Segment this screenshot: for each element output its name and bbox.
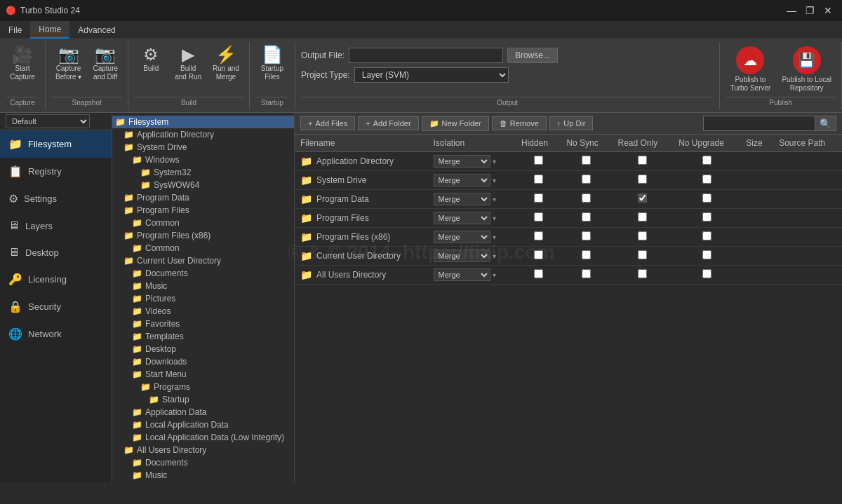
sidebar-item-layers[interactable]: 🖥 Layers xyxy=(0,212,112,239)
cell-readonly[interactable] xyxy=(613,247,674,266)
nosync-checkbox[interactable] xyxy=(582,212,591,222)
tree-item[interactable]: 📁Pictures xyxy=(112,292,294,305)
tree-item[interactable]: 📁Start Menu xyxy=(112,368,294,381)
cell-noupgrade[interactable] xyxy=(673,209,740,228)
profile-select[interactable]: Default xyxy=(6,114,90,128)
tree-item[interactable]: 📁All Users Directory xyxy=(112,444,294,456)
nosync-checkbox[interactable] xyxy=(582,156,591,165)
cell-noupgrade[interactable] xyxy=(673,171,740,190)
cell-isolation[interactable]: MergeFullWrite CopyHide ▾ xyxy=(428,171,516,190)
tree-item[interactable]: 📁Windows xyxy=(112,154,294,166)
cell-nosync[interactable] xyxy=(561,228,612,247)
tree-item[interactable]: 📁Common xyxy=(112,242,294,254)
search-button[interactable]: 🔍 xyxy=(815,116,836,131)
remove-button[interactable]: 🗑 Remove xyxy=(492,116,547,130)
menu-file[interactable]: File xyxy=(0,21,30,39)
readonly-checkbox[interactable] xyxy=(638,193,647,203)
noupgrade-checkbox[interactable] xyxy=(702,231,711,240)
menu-advanced[interactable]: Advanced xyxy=(69,21,123,39)
tree-item[interactable]: 📁Local Application Data (Low Integrity) xyxy=(112,431,294,444)
isolation-select[interactable]: MergeFullWrite CopyHide xyxy=(434,250,490,262)
tree-item[interactable]: 📁Documents xyxy=(112,456,294,469)
nosync-checkbox[interactable] xyxy=(582,231,591,240)
cell-isolation[interactable]: MergeFullWrite CopyHide ▾ xyxy=(428,190,516,209)
search-input[interactable] xyxy=(703,116,815,131)
tree-item[interactable]: 📁SysWOW64 xyxy=(112,179,294,191)
tree-item[interactable]: 📁Templates xyxy=(112,330,294,343)
nosync-checkbox[interactable] xyxy=(582,193,591,203)
tree-item[interactable]: 📁Downloads xyxy=(112,355,294,368)
tree-item[interactable]: 📁Current User Directory xyxy=(112,254,294,267)
isolation-select[interactable]: MergeFullWrite CopyHide xyxy=(434,231,490,243)
tree-item[interactable]: 📁Desktop xyxy=(112,343,294,355)
cell-noupgrade[interactable] xyxy=(673,247,740,266)
sidebar-item-settings[interactable]: ⚙ Settings xyxy=(0,185,112,212)
run-merge-button[interactable]: ⚡ Run andMerge xyxy=(208,43,243,84)
noupgrade-checkbox[interactable] xyxy=(702,269,711,278)
noupgrade-checkbox[interactable] xyxy=(702,250,711,259)
tree-item[interactable]: 📁Music xyxy=(112,469,294,482)
cell-noupgrade[interactable] xyxy=(673,152,740,171)
isolation-select[interactable]: MergeFullWrite CopyHide xyxy=(434,193,490,205)
tree-item[interactable]: 📁System Drive xyxy=(112,141,294,154)
tree-item[interactable]: 📁Pictures xyxy=(112,482,294,482)
up-dir-button[interactable]: ↑ Up Dir xyxy=(549,116,594,130)
tree-item[interactable]: 📁Videos xyxy=(112,305,294,318)
hidden-checkbox[interactable] xyxy=(534,269,543,278)
sidebar-item-security[interactable]: 🔒 Security xyxy=(0,293,112,320)
cell-readonly[interactable] xyxy=(613,171,674,190)
maximize-button[interactable]: ❐ xyxy=(801,4,818,18)
startup-files-button[interactable]: 📄 StartupFiles xyxy=(255,43,289,84)
readonly-checkbox[interactable] xyxy=(638,175,647,184)
cell-nosync[interactable] xyxy=(561,171,612,190)
cell-isolation[interactable]: MergeFullWrite CopyHide ▾ xyxy=(428,247,516,266)
publish-turbo-button[interactable]: ☁ Publish toTurbo Server xyxy=(726,43,775,95)
cell-readonly[interactable] xyxy=(613,190,674,209)
capture-diff-button[interactable]: 📷 Captureand Diff xyxy=(88,43,122,84)
nosync-checkbox[interactable] xyxy=(582,269,591,278)
build-button[interactable]: ⚙ Build xyxy=(134,43,168,76)
cell-readonly[interactable] xyxy=(613,152,674,171)
cell-hidden[interactable] xyxy=(516,247,561,266)
cell-nosync[interactable] xyxy=(561,247,612,266)
cell-noupgrade[interactable] xyxy=(673,228,740,247)
cell-nosync[interactable] xyxy=(561,152,612,171)
tree-item[interactable]: 📁Local Application Data xyxy=(112,418,294,431)
cell-isolation[interactable]: MergeFullWrite CopyHide ▾ xyxy=(428,266,516,285)
cell-hidden[interactable] xyxy=(516,171,561,190)
cell-nosync[interactable] xyxy=(561,190,612,209)
nosync-checkbox[interactable] xyxy=(582,175,591,184)
sidebar-item-network[interactable]: 🌐 Network xyxy=(0,320,112,348)
tree-item[interactable]: 📁Startup xyxy=(112,393,294,406)
nosync-checkbox[interactable] xyxy=(582,250,591,259)
publish-local-button[interactable]: 💾 Publish to LocalRepository xyxy=(777,43,836,95)
tree-item[interactable]: 📁System32 xyxy=(112,166,294,179)
tree-item[interactable]: 📁Program Files (x86) xyxy=(112,229,294,242)
tree-item[interactable]: 📁Application Directory xyxy=(112,128,294,141)
readonly-checkbox[interactable] xyxy=(638,156,647,165)
close-button[interactable]: ✕ xyxy=(820,4,836,18)
hidden-checkbox[interactable] xyxy=(534,231,543,240)
cell-hidden[interactable] xyxy=(516,228,561,247)
add-files-button[interactable]: + Add Files xyxy=(300,116,355,130)
tree-item[interactable]: 📁Music xyxy=(112,280,294,292)
cell-nosync[interactable] xyxy=(561,266,612,285)
noupgrade-checkbox[interactable] xyxy=(702,212,711,222)
tree-item[interactable]: 📁Documents xyxy=(112,267,294,280)
cell-isolation[interactable]: MergeFullWrite CopyHide ▾ xyxy=(428,209,516,228)
cell-nosync[interactable] xyxy=(561,209,612,228)
noupgrade-checkbox[interactable] xyxy=(702,156,711,165)
tree-item[interactable]: 📁Program Files xyxy=(112,204,294,217)
cell-noupgrade[interactable] xyxy=(673,190,740,209)
tree-item[interactable]: 📁Application Data xyxy=(112,406,294,418)
hidden-checkbox[interactable] xyxy=(534,156,543,165)
isolation-select[interactable]: MergeFullWrite CopyHide xyxy=(434,212,490,224)
isolation-select[interactable]: MergeFullWrite CopyHide xyxy=(434,155,490,168)
readonly-checkbox[interactable] xyxy=(638,269,647,278)
cell-readonly[interactable] xyxy=(613,266,674,285)
noupgrade-checkbox[interactable] xyxy=(702,175,711,184)
cell-isolation[interactable]: MergeFullWrite CopyHide ▾ xyxy=(428,152,516,171)
cell-noupgrade[interactable] xyxy=(673,266,740,285)
build-run-button[interactable]: ▶ Buildand Run xyxy=(171,43,206,84)
menu-home[interactable]: Home xyxy=(30,21,69,39)
